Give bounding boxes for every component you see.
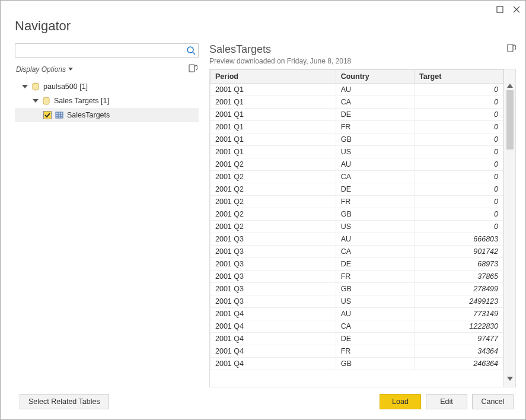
table-row[interactable]: 2001 Q3US2499123 bbox=[211, 295, 503, 308]
table-row[interactable]: 2001 Q2CA0 bbox=[211, 171, 503, 183]
cell-target: 68973 bbox=[415, 258, 503, 271]
cell-target: 0 bbox=[415, 96, 503, 109]
cell-period: 2001 Q3 bbox=[211, 271, 336, 283]
cell-period: 2001 Q3 bbox=[211, 283, 336, 295]
cell-period: 2001 Q4 bbox=[211, 345, 336, 358]
expand-caret-icon[interactable] bbox=[33, 99, 39, 103]
svg-rect-0 bbox=[497, 7, 503, 12]
refresh-preview-icon[interactable] bbox=[506, 43, 516, 55]
col-target[interactable]: Target bbox=[415, 70, 503, 84]
cell-period: 2001 Q1 bbox=[211, 133, 336, 146]
cell-target: 246364 bbox=[415, 358, 503, 370]
edit-button[interactable]: Edit bbox=[426, 394, 467, 409]
preview-header: SalesTargets Preview downloaded on Frida… bbox=[209, 43, 516, 69]
tree-node-group[interactable]: Sales Targets [1] bbox=[15, 94, 199, 108]
database-icon bbox=[42, 97, 50, 105]
vertical-scrollbar[interactable] bbox=[504, 69, 516, 387]
col-country[interactable]: Country bbox=[336, 70, 414, 84]
search-input[interactable] bbox=[15, 44, 184, 57]
table-row[interactable]: 2001 Q2GB0 bbox=[211, 208, 503, 221]
checkbox-checked[interactable] bbox=[43, 111, 52, 119]
table-row[interactable]: 2001 Q1US0 bbox=[211, 146, 503, 158]
cell-period: 2001 Q1 bbox=[211, 109, 336, 121]
cell-country: FR bbox=[336, 345, 414, 358]
select-related-tables-button[interactable]: Select Related Tables bbox=[20, 394, 109, 409]
svg-rect-6 bbox=[508, 44, 513, 52]
table-row[interactable]: 2001 Q4GB246364 bbox=[211, 358, 503, 370]
table-row[interactable]: 2001 Q3FR37865 bbox=[211, 271, 503, 283]
search-box[interactable] bbox=[15, 43, 199, 58]
table-row[interactable]: 2001 Q3GB278499 bbox=[211, 283, 503, 295]
tree-node-database[interactable]: paulsa500 [1] bbox=[15, 79, 199, 94]
cell-country: AU bbox=[336, 308, 414, 320]
cell-target: 0 bbox=[415, 133, 503, 146]
cell-period: 2001 Q4 bbox=[211, 333, 336, 345]
cell-target: 0 bbox=[415, 196, 503, 208]
table-row[interactable]: 2001 Q3CA901742 bbox=[211, 246, 503, 258]
cell-period: 2001 Q2 bbox=[211, 196, 336, 208]
cell-period: 2001 Q2 bbox=[211, 208, 336, 221]
expand-caret-icon[interactable] bbox=[22, 85, 28, 88]
cell-country: DE bbox=[336, 183, 414, 196]
scroll-down-arrow-icon[interactable] bbox=[507, 377, 513, 381]
table-row[interactable]: 2001 Q3AU666803 bbox=[211, 233, 503, 246]
cell-period: 2001 Q1 bbox=[211, 146, 336, 158]
cell-period: 2001 Q4 bbox=[211, 308, 336, 320]
cell-target: 0 bbox=[415, 208, 503, 221]
close-button[interactable] bbox=[512, 5, 521, 14]
table-row[interactable]: 2001 Q4AU773149 bbox=[211, 308, 503, 320]
cell-period: 2001 Q3 bbox=[211, 246, 336, 258]
table-row[interactable]: 2001 Q2FR0 bbox=[211, 196, 503, 208]
maximize-button[interactable] bbox=[496, 5, 504, 14]
svg-point-1 bbox=[187, 47, 193, 53]
tree-node-table[interactable]: SalesTargets bbox=[15, 108, 199, 122]
cell-country: AU bbox=[336, 84, 414, 96]
table-row[interactable]: 2001 Q4CA1222830 bbox=[211, 320, 503, 333]
cell-period: 2001 Q3 bbox=[211, 233, 336, 246]
cell-target: 0 bbox=[415, 84, 503, 96]
table-row[interactable]: 2001 Q3DE68973 bbox=[211, 258, 503, 271]
cell-period: 2001 Q2 bbox=[211, 158, 336, 171]
table-row[interactable]: 2001 Q1AU0 bbox=[211, 84, 503, 96]
cell-period: 2001 Q3 bbox=[211, 295, 336, 308]
cell-target: 901742 bbox=[415, 246, 503, 258]
footer: Select Related Tables Load Edit Cancel bbox=[1, 390, 525, 419]
table-row[interactable]: 2001 Q4DE97477 bbox=[211, 333, 503, 345]
database-icon bbox=[31, 82, 40, 91]
cell-target: 34364 bbox=[415, 345, 503, 358]
display-options-dropdown[interactable]: Display Options bbox=[16, 65, 73, 74]
source-tree: paulsa500 [1] Sales Targets [1] bbox=[15, 79, 199, 122]
table-row[interactable]: 2001 Q4FR34364 bbox=[211, 345, 503, 358]
scroll-up-arrow-icon[interactable] bbox=[507, 84, 513, 88]
tree-node-label: SalesTargets bbox=[67, 111, 110, 119]
scroll-thumb[interactable] bbox=[506, 90, 514, 149]
preview-grid[interactable]: Period Country Target 2001 Q1AU02001 Q1C… bbox=[209, 69, 504, 387]
cell-target: 97477 bbox=[415, 333, 503, 345]
table-row[interactable]: 2001 Q1FR0 bbox=[211, 121, 503, 133]
cell-country: DE bbox=[336, 333, 414, 345]
cell-country: AU bbox=[336, 158, 414, 171]
cell-period: 2001 Q2 bbox=[211, 183, 336, 196]
cell-country: US bbox=[336, 295, 414, 308]
load-button[interactable]: Load bbox=[380, 394, 421, 409]
table-row[interactable]: 2001 Q2US0 bbox=[211, 221, 503, 233]
refresh-tree-icon[interactable] bbox=[188, 63, 197, 75]
table-row[interactable]: 2001 Q2DE0 bbox=[211, 183, 503, 196]
cell-target: 0 bbox=[415, 221, 503, 233]
cell-country: GB bbox=[336, 208, 414, 221]
col-period[interactable]: Period bbox=[211, 70, 336, 84]
cell-target: 773149 bbox=[415, 308, 503, 320]
table-header-row: Period Country Target bbox=[211, 70, 503, 84]
cell-country: DE bbox=[336, 109, 414, 121]
table-row[interactable]: 2001 Q1GB0 bbox=[211, 133, 503, 146]
cell-target: 0 bbox=[415, 183, 503, 196]
cell-target: 0 bbox=[415, 171, 503, 183]
table-row[interactable]: 2001 Q2AU0 bbox=[211, 158, 503, 171]
cancel-button[interactable]: Cancel bbox=[472, 394, 514, 409]
tree-node-label: paulsa500 [1] bbox=[43, 82, 88, 91]
cell-period: 2001 Q2 bbox=[211, 171, 336, 183]
table-row[interactable]: 2001 Q1CA0 bbox=[211, 96, 503, 109]
left-panel: Display Options paulsa500 [1] bbox=[15, 43, 199, 387]
table-row[interactable]: 2001 Q1DE0 bbox=[211, 109, 503, 121]
search-icon[interactable] bbox=[186, 46, 196, 55]
